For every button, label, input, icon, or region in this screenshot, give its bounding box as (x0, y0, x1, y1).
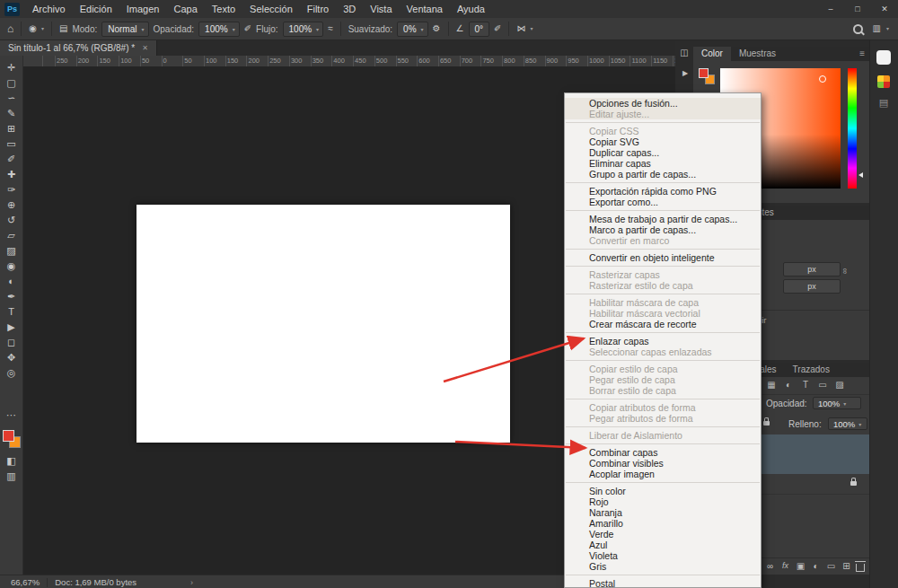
tool-quick-selection[interactable]: ✎ (0, 106, 23, 121)
flow-dropdown[interactable]: 100% ▾ (283, 22, 324, 37)
tab-muestras[interactable]: Muestras (731, 47, 784, 61)
layers-fill-dropdown[interactable]: 100% ▾ (828, 417, 867, 430)
zoom-level-field[interactable]: 66,67% (11, 577, 40, 587)
tool-clone-stamp[interactable]: ⊕ (0, 197, 23, 213)
menu-item-eliminar-capas[interactable]: Eliminar capas (565, 158, 761, 169)
menu-capa[interactable]: Capa (166, 0, 204, 18)
tool-pen[interactable]: ✒ (0, 289, 23, 304)
menu-item-violeta[interactable]: Violeta (565, 550, 761, 561)
shape-layers-filter-icon[interactable]: ▭ (816, 380, 829, 390)
hue-slider-marker[interactable] (858, 172, 863, 178)
tool-eyedropper[interactable]: ✐ (0, 152, 23, 167)
menu-3d[interactable]: 3D (336, 0, 363, 18)
tool-crop[interactable]: ⊞ (0, 121, 23, 136)
menu-item-verde[interactable]: Verde (565, 529, 761, 540)
collapse-panels-icon[interactable]: ◫ (677, 48, 691, 57)
adjustment-layers-filter-icon[interactable]: ◐ (782, 380, 795, 390)
foreground-color-swatch[interactable] (3, 430, 14, 442)
menu-seleccion[interactable]: Selección (242, 0, 300, 18)
new-group-icon[interactable]: ▭ (824, 561, 838, 571)
tool-frame[interactable]: ▭ (0, 136, 23, 152)
tool-marquee[interactable]: ▢ (0, 75, 23, 91)
menu-item-gris[interactable]: Gris (565, 561, 761, 572)
document-tab[interactable]: Sin título-1 al 66,7% (RGB/8#) * ✕ (0, 40, 157, 56)
menu-item-opciones-de-fusion[interactable]: Opciones de fusión... (565, 98, 761, 109)
adjustment-icon[interactable]: ◐ (809, 561, 823, 571)
discover-panel-icon[interactable] (876, 50, 891, 65)
delete-layer-icon[interactable] (856, 564, 865, 572)
menu-imagen[interactable]: Imagen (119, 0, 167, 18)
menu-vista[interactable]: Vista (363, 0, 399, 18)
opacity-dropdown[interactable]: 100% ▾ (198, 22, 240, 37)
brush-settings-icon[interactable]: ▤ (59, 23, 67, 34)
tool-path-selection[interactable]: ▶ (0, 320, 23, 335)
layer-mask-icon[interactable]: ▣ (794, 561, 807, 571)
hue-slider[interactable] (848, 68, 857, 189)
menu-ventana[interactable]: Ventana (400, 0, 450, 18)
new-layer-icon[interactable]: ⊞ (840, 561, 853, 571)
airbrush-icon[interactable]: ≈ (328, 23, 333, 34)
tool-gradient[interactable]: ▨ (0, 243, 23, 259)
close-icon[interactable]: ✕ (142, 44, 148, 52)
tool-dodge[interactable]: ◐ (0, 274, 23, 289)
tool-brush[interactable]: ✑ (0, 182, 23, 197)
menu-item-convertir-en-objeto-inteligente[interactable]: Convertir en objeto inteligente (565, 252, 761, 263)
home-icon[interactable]: ⌂ (7, 23, 13, 34)
menu-filtro[interactable]: Filtro (300, 0, 336, 18)
lock-icon[interactable] (763, 421, 770, 426)
smart-objects-filter-icon[interactable]: ▨ (833, 380, 846, 390)
window-close-button[interactable]: ✕ (871, 0, 898, 18)
libraries-panel-icon[interactable]: ▤ (877, 97, 890, 109)
type-layers-filter-icon[interactable]: T (799, 380, 812, 390)
workspace-icon[interactable]: ▥ (873, 23, 881, 34)
smoothing-dropdown[interactable]: 0% ▾ (397, 22, 427, 37)
menu-item-marco-a-partir-de-capas[interactable]: Marco a partir de capas... (565, 224, 761, 235)
tool-move[interactable]: ✛ (0, 60, 23, 75)
gear-icon[interactable]: ⚙ (433, 23, 441, 34)
menu-texto[interactable]: Texto (205, 0, 242, 18)
link-layers-icon[interactable]: ∞ (763, 561, 777, 571)
menu-item-sin-color[interactable]: Sin color (565, 486, 761, 496)
menu-item-copiar-svg[interactable]: Copiar SVG (565, 136, 761, 147)
stylus-pressure-icon[interactable]: ✐ (494, 23, 501, 34)
pixel-layers-filter-icon[interactable]: ▦ (765, 380, 778, 390)
paint-symmetry-icon[interactable]: ⋈ (516, 23, 525, 34)
menu-item-duplicar-capas[interactable]: Duplicar capas... (565, 147, 761, 158)
menu-item-combinar-visibles[interactable]: Combinar visibles (565, 458, 761, 469)
width-field[interactable]: px (783, 262, 841, 276)
tab-trazados[interactable]: Trazados (785, 363, 838, 377)
document-canvas[interactable] (136, 205, 510, 443)
brush-angle-field[interactable]: 0° (469, 22, 490, 37)
menu-item-naranja[interactable]: Naranja (565, 507, 761, 518)
chevron-down-icon[interactable]: ▾ (530, 23, 533, 34)
swatches-panel-icon[interactable] (877, 75, 890, 88)
layer-effects-icon[interactable]: fx (779, 561, 792, 570)
tool-type[interactable]: T (0, 304, 23, 320)
layers-opacity-dropdown[interactable]: 100% ▾ (813, 397, 861, 409)
tool-shape[interactable]: ◻ (0, 335, 23, 350)
foreground-color-swatch[interactable] (699, 68, 709, 78)
tool-eraser[interactable]: ▱ (0, 228, 23, 243)
link-dimensions-icon[interactable]: ∞ (841, 268, 850, 274)
tool-history-brush[interactable]: ↺ (0, 213, 23, 228)
quick-mask-icon[interactable]: ◧ (0, 453, 23, 469)
panel-menu-icon[interactable]: ≡ (859, 47, 869, 61)
pen-pressure-icon[interactable]: ✐ (244, 23, 251, 34)
menu-archivo[interactable]: Archivo (25, 0, 73, 18)
menu-item-combinar-capas[interactable]: Combinar capas (565, 447, 761, 458)
blend-mode-dropdown[interactable]: Normal ▾ (101, 22, 148, 37)
window-maximize-button[interactable]: □ (844, 0, 871, 18)
menu-item-crear-mascara-de-recorte[interactable]: Crear máscara de recorte (565, 319, 761, 329)
menu-ayuda[interactable]: Ayuda (450, 0, 492, 18)
screen-mode-icon[interactable]: ▥ (0, 469, 23, 484)
tab-color[interactable]: Color (693, 47, 731, 61)
color-swatches[interactable] (3, 430, 21, 448)
menu-item-amarillo[interactable]: Amarillo (565, 518, 761, 529)
expand-panel-icon[interactable]: ▶ (678, 69, 692, 77)
chevron-down-icon[interactable]: ▾ (41, 23, 44, 34)
menu-item-enlazar-capas[interactable]: Enlazar capas (565, 336, 761, 347)
brush-preset-icon[interactable]: ◉ (29, 23, 37, 34)
menu-item-exportar-como[interactable]: Exportar como... (565, 197, 761, 207)
window-minimize-button[interactable]: – (817, 0, 844, 18)
height-field[interactable]: px (783, 279, 841, 294)
